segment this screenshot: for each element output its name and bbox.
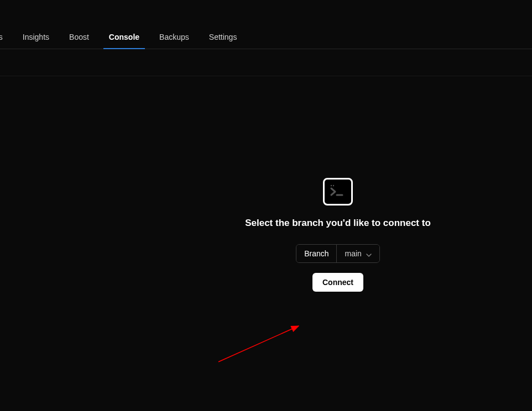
main-content: Select the branch you'd like to connect … bbox=[0, 80, 532, 411]
tab-partial[interactable]: es bbox=[0, 27, 8, 49]
tab-insights[interactable]: Insights bbox=[17, 27, 55, 49]
terminal-icon bbox=[323, 178, 353, 205]
tab-settings[interactable]: Settings bbox=[204, 27, 243, 49]
branch-selector: Branch main bbox=[296, 244, 380, 263]
page-title: le bbox=[0, 0, 532, 12]
connect-button[interactable]: Connect bbox=[312, 273, 363, 292]
tab-console[interactable]: Console bbox=[103, 27, 145, 49]
cta-heading: Select the branch you'd like to connect … bbox=[245, 218, 431, 229]
svg-point-0 bbox=[331, 185, 332, 186]
branch-label: Branch bbox=[296, 245, 337, 262]
svg-point-1 bbox=[333, 185, 334, 186]
branch-dropdown[interactable]: main bbox=[337, 245, 379, 262]
tab-bar: es Insights Boost Console Backups Settin… bbox=[0, 27, 532, 49]
branch-value: main bbox=[345, 249, 361, 258]
divider bbox=[0, 76, 532, 76]
tab-boost[interactable]: Boost bbox=[64, 27, 95, 49]
chevron-down-icon bbox=[366, 251, 372, 256]
tab-backups[interactable]: Backups bbox=[154, 27, 195, 49]
